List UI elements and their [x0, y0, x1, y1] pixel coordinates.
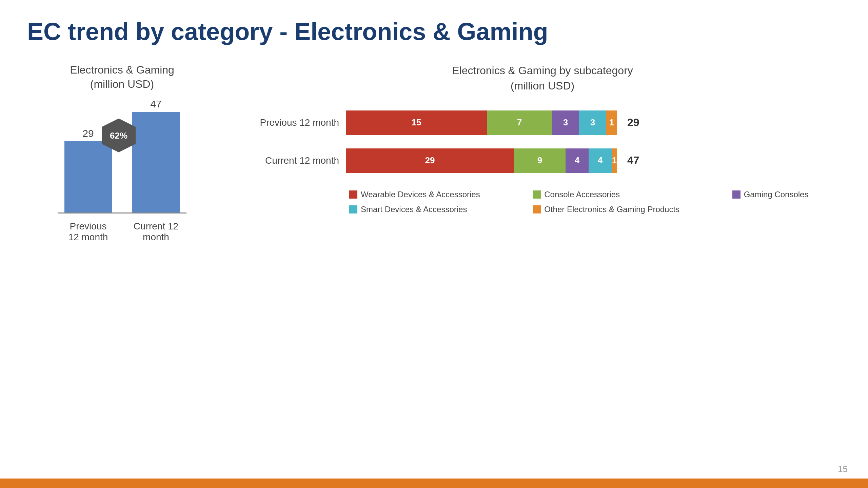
stacked-row-previous: Previous 12 month 15 7 3 3 1 29 [244, 110, 841, 135]
seg-red-curr: 29 [346, 148, 514, 173]
legend-label-other-electronics: Other Electronics & Gaming Products [544, 205, 679, 214]
seg-red-prev: 15 [346, 110, 487, 135]
seg-cyan-prev: 3 [579, 110, 606, 135]
row-total-previous: 29 [627, 116, 654, 129]
legend-item-gaming-consoles: Gaming Consoles [732, 190, 841, 199]
bar-chart-area: 29 47 62% Previous 12 month Current 12 m… [27, 98, 217, 243]
seg-orange-prev: 1 [606, 110, 617, 135]
right-chart: Electronics & Gaming by subcategory (mil… [244, 63, 841, 214]
legend-swatch-red [349, 190, 357, 199]
stacked-bars-previous: 15 7 3 3 1 [346, 110, 617, 135]
legend-label-console-acc: Console Accessories [544, 190, 620, 199]
page-number: 15 [838, 464, 848, 474]
bar-group-current: 47 [132, 98, 180, 212]
seg-cyan-curr: 4 [589, 148, 612, 173]
seg-purple-prev: 3 [552, 110, 579, 135]
legend: Wearable Devices & Accessories Console A… [349, 190, 841, 214]
legend-item-console-acc: Console Accessories [533, 190, 712, 199]
legend-item-wearable: Wearable Devices & Accessories [349, 190, 512, 199]
content-area: Electronics & Gaming (million USD) 29 47… [0, 56, 868, 249]
page-title: EC trend by category - Electronics & Gam… [0, 0, 868, 56]
left-chart: Electronics & Gaming (million USD) 29 47… [27, 63, 217, 242]
bar-value-current: 47 [150, 98, 161, 110]
bar-value-previous: 29 [82, 128, 94, 139]
row-label-previous: Previous 12 month [244, 117, 339, 128]
legend-item-other-electronics: Other Electronics & Gaming Products [533, 205, 712, 214]
stacked-row-current: Current 12 month 29 9 4 4 1 47 [244, 148, 841, 173]
stacked-bars-current: 29 9 4 4 1 [346, 148, 617, 173]
legend-swatch-cyan [349, 205, 357, 214]
footer-bar [0, 479, 868, 488]
bar-rect-previous [64, 141, 112, 212]
left-chart-title: Electronics & Gaming (million USD) [27, 63, 217, 91]
bar-rect-current [132, 112, 180, 212]
bar-label-previous: Previous 12 month [64, 221, 112, 243]
seg-purple-curr: 4 [566, 148, 589, 173]
right-chart-title: Electronics & Gaming by subcategory (mil… [244, 63, 841, 94]
legend-swatch-purple [732, 190, 741, 199]
legend-swatch-orange [533, 205, 541, 214]
seg-green-prev: 7 [487, 110, 552, 135]
growth-badge-text: 62% [110, 131, 127, 140]
seg-orange-curr: 1 [612, 148, 617, 173]
row-total-current: 47 [627, 154, 654, 167]
row-label-current: Current 12 month [244, 155, 339, 166]
legend-label-gaming-consoles: Gaming Consoles [744, 190, 809, 199]
legend-label-smart-devices: Smart Devices & Accessories [361, 205, 467, 214]
seg-green-curr: 9 [514, 148, 566, 173]
stacked-chart-area: Previous 12 month 15 7 3 3 1 29 Current … [244, 110, 841, 173]
legend-label-wearable: Wearable Devices & Accessories [361, 190, 480, 199]
legend-item-smart-devices: Smart Devices & Accessories [349, 205, 512, 214]
bars-row: 29 47 [58, 98, 186, 214]
bar-group-previous: 29 [64, 98, 112, 212]
legend-swatch-green [533, 190, 541, 199]
bar-label-current: Current 12 month [132, 221, 180, 243]
